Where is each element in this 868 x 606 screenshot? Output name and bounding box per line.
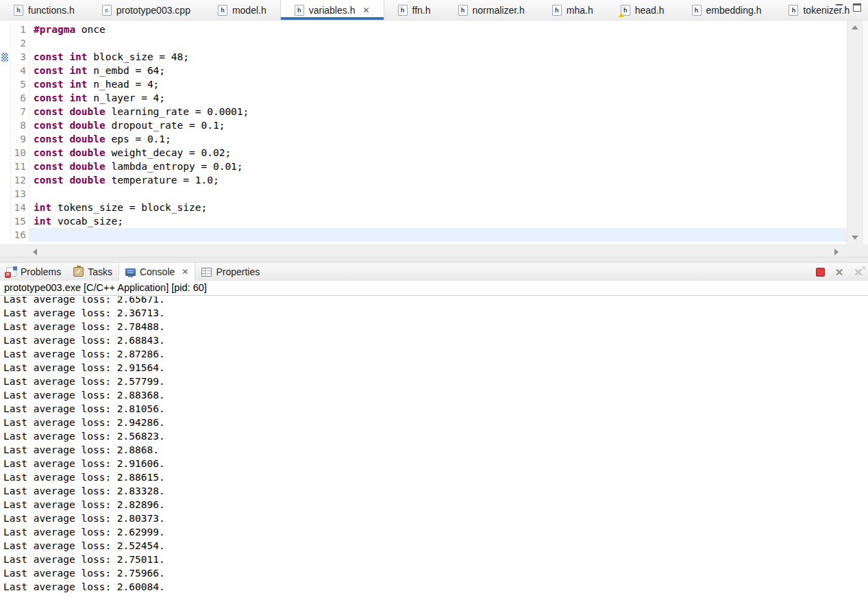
console-icon bbox=[125, 268, 136, 276]
console-output-line: Last average loss: 2.62999. bbox=[3, 525, 868, 539]
keyword-token: int bbox=[34, 202, 51, 213]
editor-tab-normalizer-h[interactable]: hnormalizer.h bbox=[445, 0, 538, 20]
code-token: tokens_size = block_size; bbox=[51, 202, 207, 213]
keyword-token: const bbox=[34, 175, 64, 186]
editor-line: 10const double weight_decay = 0.02; bbox=[0, 146, 847, 160]
properties-icon bbox=[201, 268, 212, 277]
editor-tab-label: variables.h bbox=[309, 5, 356, 16]
keyword-token: const bbox=[34, 106, 64, 117]
editor-tab-embedding-h[interactable]: hembedding.h bbox=[678, 0, 776, 20]
editor-tab-label: prototype003.cpp bbox=[116, 5, 190, 16]
scroll-right-arrow-icon[interactable] bbox=[834, 249, 839, 255]
annotation-ruler-cell bbox=[0, 105, 11, 118]
line-number: 7 bbox=[11, 105, 29, 118]
code-token: dropout_rate = 0.1; bbox=[106, 120, 225, 131]
line-number: 13 bbox=[11, 187, 29, 201]
annotation-ruler-cell bbox=[0, 228, 11, 242]
view-tab-properties[interactable]: Properties bbox=[195, 263, 266, 281]
editor-line: 11const double lambda_entropy = 0.01; bbox=[0, 160, 847, 173]
code-text[interactable]: #pragma once bbox=[29, 23, 847, 36]
keyword-token: const bbox=[34, 120, 64, 131]
annotation-ruler-cell bbox=[0, 50, 11, 64]
code-text[interactable]: const int block_size = 48; bbox=[29, 50, 847, 64]
console-output-line: Last average loss: 2.68843. bbox=[3, 333, 868, 347]
code-text[interactable]: const int n_head = 4; bbox=[29, 77, 847, 91]
line-number: 2 bbox=[11, 36, 29, 50]
code-text[interactable]: const double eps = 0.1; bbox=[29, 132, 847, 146]
line-number: 16 bbox=[11, 228, 29, 242]
editor-horizontal-scrollbar[interactable] bbox=[0, 244, 847, 257]
view-tab-tasks[interactable]: Tasks bbox=[67, 263, 119, 281]
annotation-ruler-cell bbox=[0, 173, 11, 187]
editor-vertical-scrollbar[interactable] bbox=[847, 21, 863, 244]
code-text[interactable]: const double lambda_entropy = 0.01; bbox=[29, 160, 847, 173]
editor-tab-model-h[interactable]: hmodel.h bbox=[204, 0, 280, 20]
editor-line: 2 bbox=[0, 36, 847, 50]
editor-line: 13 bbox=[0, 187, 847, 201]
code-text[interactable] bbox=[29, 228, 847, 242]
editor-tab-variables-h[interactable]: hvariables.h✕ bbox=[280, 0, 384, 20]
keyword-token: const bbox=[34, 79, 64, 90]
annotation-ruler-cell bbox=[0, 160, 11, 173]
code-token: weight_decay = 0.02; bbox=[106, 147, 231, 158]
code-text[interactable]: const double learning_rate = 0.0001; bbox=[29, 105, 847, 118]
close-view-icon[interactable]: ✕ bbox=[182, 267, 188, 277]
console-output-line: Last average loss: 2.56823. bbox=[3, 429, 868, 443]
keyword-token: double bbox=[69, 134, 105, 144]
console-output-line: Last average loss: 2.60084. bbox=[3, 580, 868, 594]
code-text[interactable]: const int n_layer = 4; bbox=[29, 91, 847, 105]
editor-tab-ffn-h[interactable]: hffn.h bbox=[384, 0, 445, 20]
editor-tab-functions-h[interactable]: hfunctions.h bbox=[0, 0, 88, 20]
editor-tab-label: functions.h bbox=[28, 5, 75, 16]
code-text[interactable] bbox=[29, 36, 847, 50]
remove-all-terminated-button[interactable]: ✕ bbox=[854, 268, 863, 277]
keyword-token: const bbox=[34, 161, 64, 172]
remove-launch-button[interactable]: ✕ bbox=[835, 268, 844, 277]
console-toolbar: ✕✕ bbox=[816, 263, 863, 281]
terminate-button[interactable] bbox=[816, 268, 825, 277]
console-panel: ProblemsTasksConsole✕Properties✕✕ protot… bbox=[0, 263, 868, 606]
view-tab-problems[interactable]: Problems bbox=[0, 263, 67, 281]
code-token: once bbox=[75, 24, 106, 35]
line-number: 8 bbox=[11, 118, 29, 132]
editor-line: 12const double temperature = 1.0; bbox=[0, 173, 847, 187]
scroll-up-arrow-icon[interactable] bbox=[852, 25, 858, 29]
code-text[interactable]: const double dropout_rate = 0.1; bbox=[29, 118, 847, 132]
console-output-line: Last average loss: 2.52454. bbox=[3, 539, 868, 553]
editor-line: 14int tokens_size = block_size; bbox=[0, 201, 847, 214]
code-text[interactable]: int vocab_size; bbox=[29, 214, 847, 228]
maximize-view-button[interactable] bbox=[853, 3, 861, 12]
console-output-line: Last average loss: 2.91606. bbox=[3, 457, 868, 470]
scroll-down-arrow-icon[interactable] bbox=[852, 236, 858, 240]
console-output-line: Last average loss: 2.57799. bbox=[3, 375, 868, 388]
editor-tab-label: mha.h bbox=[567, 5, 593, 16]
minimize-view-button[interactable] bbox=[835, 3, 843, 12]
editor-tab-mha-h[interactable]: hmha.h bbox=[538, 0, 607, 20]
code-text[interactable] bbox=[29, 187, 847, 201]
code-text[interactable]: const double weight_decay = 0.02; bbox=[29, 146, 847, 160]
code-text[interactable]: int tokens_size = block_size; bbox=[29, 201, 847, 214]
editor-line: 8const double dropout_rate = 0.1; bbox=[0, 118, 847, 132]
editor-line: 6const int n_layer = 4; bbox=[0, 91, 847, 105]
editor-console-sash[interactable] bbox=[0, 257, 868, 263]
close-tab-icon[interactable]: ✕ bbox=[362, 5, 369, 15]
console-output-line: Last average loss: 2.88368. bbox=[3, 388, 868, 402]
console-output[interactable]: Last average loss: 2.65671.Last average … bbox=[0, 296, 868, 606]
editor-line: 7const double learning_rate = 0.0001; bbox=[0, 105, 847, 118]
code-editor[interactable]: 1#pragma once23const int block_size = 48… bbox=[0, 21, 868, 257]
h-file-icon: h bbox=[621, 5, 630, 16]
console-output-line: Last average loss: 2.94286. bbox=[3, 416, 868, 429]
code-text[interactable]: const int n_embd = 64; bbox=[29, 64, 847, 77]
view-tab-console[interactable]: Console✕ bbox=[119, 263, 195, 281]
view-tab-label: Tasks bbox=[88, 266, 112, 277]
keyword-token: double bbox=[69, 120, 105, 131]
editor-tab-head-h[interactable]: hhead.h bbox=[607, 0, 678, 20]
annotation-ruler-cell bbox=[0, 201, 11, 214]
line-number: 12 bbox=[11, 173, 29, 187]
code-text[interactable]: const double temperature = 1.0; bbox=[29, 173, 847, 187]
code-token: n_layer = 4; bbox=[88, 92, 166, 103]
edit-location-marker-icon bbox=[1, 53, 8, 62]
h-file-icon: h bbox=[398, 5, 408, 16]
scroll-left-arrow-icon[interactable] bbox=[33, 249, 37, 255]
editor-tab-prototype003-cpp[interactable]: cprototype003.cpp bbox=[88, 0, 204, 20]
